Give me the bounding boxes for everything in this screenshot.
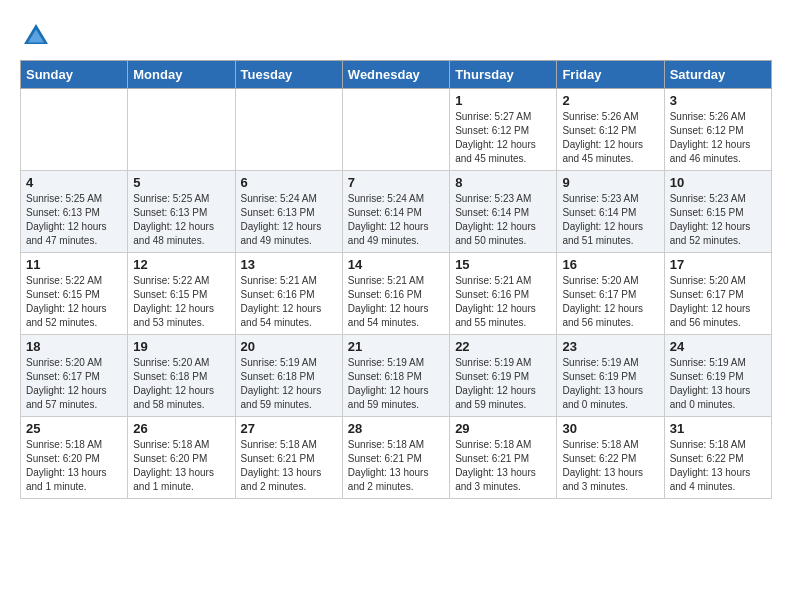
day-info: Sunrise: 5:26 AM Sunset: 6:12 PM Dayligh… xyxy=(562,110,658,166)
day-cell: 29Sunrise: 5:18 AM Sunset: 6:21 PM Dayli… xyxy=(450,417,557,499)
day-cell: 5Sunrise: 5:25 AM Sunset: 6:13 PM Daylig… xyxy=(128,171,235,253)
day-info: Sunrise: 5:22 AM Sunset: 6:15 PM Dayligh… xyxy=(133,274,229,330)
day-info: Sunrise: 5:23 AM Sunset: 6:15 PM Dayligh… xyxy=(670,192,766,248)
day-cell: 31Sunrise: 5:18 AM Sunset: 6:22 PM Dayli… xyxy=(664,417,771,499)
day-info: Sunrise: 5:18 AM Sunset: 6:22 PM Dayligh… xyxy=(562,438,658,494)
day-cell: 23Sunrise: 5:19 AM Sunset: 6:19 PM Dayli… xyxy=(557,335,664,417)
day-number: 10 xyxy=(670,175,766,190)
day-number: 4 xyxy=(26,175,122,190)
day-number: 30 xyxy=(562,421,658,436)
day-info: Sunrise: 5:27 AM Sunset: 6:12 PM Dayligh… xyxy=(455,110,551,166)
day-cell: 16Sunrise: 5:20 AM Sunset: 6:17 PM Dayli… xyxy=(557,253,664,335)
day-cell: 22Sunrise: 5:19 AM Sunset: 6:19 PM Dayli… xyxy=(450,335,557,417)
day-number: 7 xyxy=(348,175,444,190)
day-number: 8 xyxy=(455,175,551,190)
day-cell: 26Sunrise: 5:18 AM Sunset: 6:20 PM Dayli… xyxy=(128,417,235,499)
day-number: 12 xyxy=(133,257,229,272)
day-cell: 18Sunrise: 5:20 AM Sunset: 6:17 PM Dayli… xyxy=(21,335,128,417)
day-number: 11 xyxy=(26,257,122,272)
day-info: Sunrise: 5:24 AM Sunset: 6:13 PM Dayligh… xyxy=(241,192,337,248)
day-number: 18 xyxy=(26,339,122,354)
day-cell: 15Sunrise: 5:21 AM Sunset: 6:16 PM Dayli… xyxy=(450,253,557,335)
header-thursday: Thursday xyxy=(450,61,557,89)
day-cell: 6Sunrise: 5:24 AM Sunset: 6:13 PM Daylig… xyxy=(235,171,342,253)
week-row-0: 1Sunrise: 5:27 AM Sunset: 6:12 PM Daylig… xyxy=(21,89,772,171)
day-cell: 11Sunrise: 5:22 AM Sunset: 6:15 PM Dayli… xyxy=(21,253,128,335)
day-number: 14 xyxy=(348,257,444,272)
week-row-4: 25Sunrise: 5:18 AM Sunset: 6:20 PM Dayli… xyxy=(21,417,772,499)
day-info: Sunrise: 5:25 AM Sunset: 6:13 PM Dayligh… xyxy=(26,192,122,248)
day-number: 25 xyxy=(26,421,122,436)
day-info: Sunrise: 5:18 AM Sunset: 6:21 PM Dayligh… xyxy=(455,438,551,494)
day-number: 2 xyxy=(562,93,658,108)
day-number: 20 xyxy=(241,339,337,354)
day-info: Sunrise: 5:19 AM Sunset: 6:18 PM Dayligh… xyxy=(241,356,337,412)
day-number: 9 xyxy=(562,175,658,190)
day-info: Sunrise: 5:19 AM Sunset: 6:18 PM Dayligh… xyxy=(348,356,444,412)
header-friday: Friday xyxy=(557,61,664,89)
day-cell: 1Sunrise: 5:27 AM Sunset: 6:12 PM Daylig… xyxy=(450,89,557,171)
day-info: Sunrise: 5:22 AM Sunset: 6:15 PM Dayligh… xyxy=(26,274,122,330)
day-cell: 8Sunrise: 5:23 AM Sunset: 6:14 PM Daylig… xyxy=(450,171,557,253)
day-number: 3 xyxy=(670,93,766,108)
day-cell: 20Sunrise: 5:19 AM Sunset: 6:18 PM Dayli… xyxy=(235,335,342,417)
calendar-table: SundayMondayTuesdayWednesdayThursdayFrid… xyxy=(20,60,772,499)
day-info: Sunrise: 5:25 AM Sunset: 6:13 PM Dayligh… xyxy=(133,192,229,248)
day-info: Sunrise: 5:21 AM Sunset: 6:16 PM Dayligh… xyxy=(241,274,337,330)
day-info: Sunrise: 5:21 AM Sunset: 6:16 PM Dayligh… xyxy=(348,274,444,330)
header-wednesday: Wednesday xyxy=(342,61,449,89)
day-cell: 10Sunrise: 5:23 AM Sunset: 6:15 PM Dayli… xyxy=(664,171,771,253)
day-info: Sunrise: 5:18 AM Sunset: 6:20 PM Dayligh… xyxy=(26,438,122,494)
day-cell: 24Sunrise: 5:19 AM Sunset: 6:19 PM Dayli… xyxy=(664,335,771,417)
day-cell: 4Sunrise: 5:25 AM Sunset: 6:13 PM Daylig… xyxy=(21,171,128,253)
day-info: Sunrise: 5:24 AM Sunset: 6:14 PM Dayligh… xyxy=(348,192,444,248)
day-info: Sunrise: 5:19 AM Sunset: 6:19 PM Dayligh… xyxy=(562,356,658,412)
page: SundayMondayTuesdayWednesdayThursdayFrid… xyxy=(0,0,792,519)
day-cell: 27Sunrise: 5:18 AM Sunset: 6:21 PM Dayli… xyxy=(235,417,342,499)
day-cell: 13Sunrise: 5:21 AM Sunset: 6:16 PM Dayli… xyxy=(235,253,342,335)
day-number: 29 xyxy=(455,421,551,436)
day-number: 15 xyxy=(455,257,551,272)
day-info: Sunrise: 5:18 AM Sunset: 6:20 PM Dayligh… xyxy=(133,438,229,494)
day-info: Sunrise: 5:20 AM Sunset: 6:17 PM Dayligh… xyxy=(670,274,766,330)
day-number: 26 xyxy=(133,421,229,436)
day-cell: 25Sunrise: 5:18 AM Sunset: 6:20 PM Dayli… xyxy=(21,417,128,499)
day-info: Sunrise: 5:23 AM Sunset: 6:14 PM Dayligh… xyxy=(562,192,658,248)
day-info: Sunrise: 5:18 AM Sunset: 6:22 PM Dayligh… xyxy=(670,438,766,494)
day-cell: 14Sunrise: 5:21 AM Sunset: 6:16 PM Dayli… xyxy=(342,253,449,335)
week-row-3: 18Sunrise: 5:20 AM Sunset: 6:17 PM Dayli… xyxy=(21,335,772,417)
day-info: Sunrise: 5:19 AM Sunset: 6:19 PM Dayligh… xyxy=(455,356,551,412)
day-info: Sunrise: 5:21 AM Sunset: 6:16 PM Dayligh… xyxy=(455,274,551,330)
day-info: Sunrise: 5:26 AM Sunset: 6:12 PM Dayligh… xyxy=(670,110,766,166)
day-cell: 2Sunrise: 5:26 AM Sunset: 6:12 PM Daylig… xyxy=(557,89,664,171)
header-saturday: Saturday xyxy=(664,61,771,89)
day-number: 5 xyxy=(133,175,229,190)
day-number: 31 xyxy=(670,421,766,436)
day-info: Sunrise: 5:20 AM Sunset: 6:17 PM Dayligh… xyxy=(26,356,122,412)
calendar-header-row: SundayMondayTuesdayWednesdayThursdayFrid… xyxy=(21,61,772,89)
day-number: 22 xyxy=(455,339,551,354)
header-tuesday: Tuesday xyxy=(235,61,342,89)
day-cell xyxy=(235,89,342,171)
week-row-2: 11Sunrise: 5:22 AM Sunset: 6:15 PM Dayli… xyxy=(21,253,772,335)
day-cell: 9Sunrise: 5:23 AM Sunset: 6:14 PM Daylig… xyxy=(557,171,664,253)
day-number: 23 xyxy=(562,339,658,354)
day-number: 16 xyxy=(562,257,658,272)
day-cell: 28Sunrise: 5:18 AM Sunset: 6:21 PM Dayli… xyxy=(342,417,449,499)
header xyxy=(20,20,772,52)
day-number: 17 xyxy=(670,257,766,272)
logo-icon xyxy=(20,20,52,52)
day-info: Sunrise: 5:20 AM Sunset: 6:17 PM Dayligh… xyxy=(562,274,658,330)
day-cell: 12Sunrise: 5:22 AM Sunset: 6:15 PM Dayli… xyxy=(128,253,235,335)
day-cell: 30Sunrise: 5:18 AM Sunset: 6:22 PM Dayli… xyxy=(557,417,664,499)
header-monday: Monday xyxy=(128,61,235,89)
day-number: 19 xyxy=(133,339,229,354)
day-cell: 3Sunrise: 5:26 AM Sunset: 6:12 PM Daylig… xyxy=(664,89,771,171)
day-cell: 19Sunrise: 5:20 AM Sunset: 6:18 PM Dayli… xyxy=(128,335,235,417)
day-cell xyxy=(21,89,128,171)
day-info: Sunrise: 5:19 AM Sunset: 6:19 PM Dayligh… xyxy=(670,356,766,412)
day-number: 28 xyxy=(348,421,444,436)
day-cell xyxy=(342,89,449,171)
header-sunday: Sunday xyxy=(21,61,128,89)
day-number: 27 xyxy=(241,421,337,436)
